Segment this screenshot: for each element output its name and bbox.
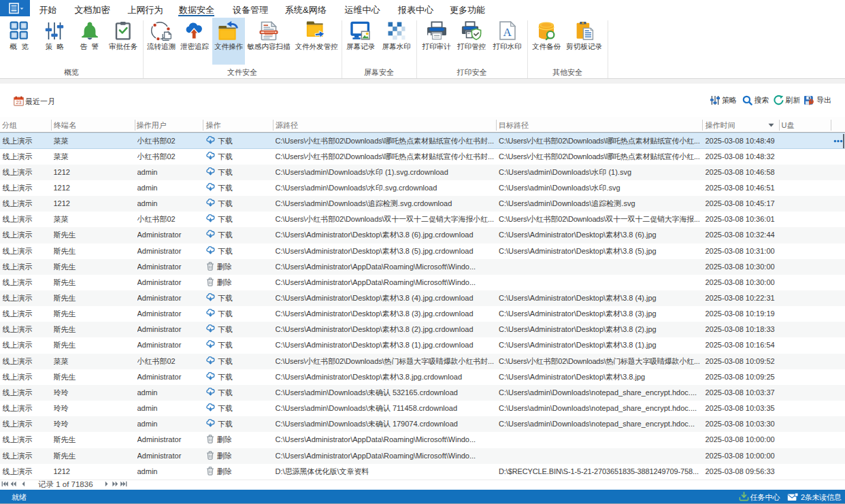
svg-text:23: 23 <box>16 99 21 105</box>
svg-text:A: A <box>503 26 512 39</box>
